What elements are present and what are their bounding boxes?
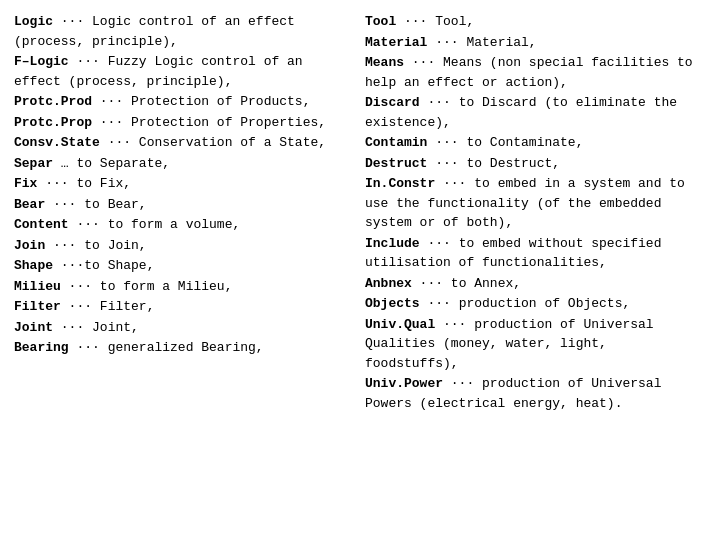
left-column: Logic ··· Logic control of an effect (pr… [14, 12, 355, 528]
term: Filter [14, 299, 61, 314]
list-item: In.Constr ··· to embed in a system and t… [365, 174, 706, 233]
term: F–Logic [14, 54, 69, 69]
definition: to Fix, [76, 176, 131, 191]
term: Means [365, 55, 404, 70]
term: Univ.Qual [365, 317, 435, 332]
definition: to Destruct, [466, 156, 560, 171]
list-item: Discard ··· to Discard (to eliminate the… [365, 93, 706, 132]
term: Separ [14, 156, 53, 171]
list-item: Anbnex ··· to Annex, [365, 274, 706, 294]
definition: Joint, [92, 320, 139, 335]
dots: ··· [69, 340, 108, 355]
list-item: Contamin ··· to Contaminate, [365, 133, 706, 153]
dots: ··· [92, 94, 131, 109]
dots: ··· [435, 176, 474, 191]
list-item: Milieu ··· to form a Milieu, [14, 277, 355, 297]
dots: ··· [61, 299, 100, 314]
term: In.Constr [365, 176, 435, 191]
term: Include [365, 236, 420, 251]
dots: ··· [420, 95, 459, 110]
dots: ··· [420, 236, 459, 251]
dots: ··· [427, 135, 466, 150]
list-item: Protc.Prod ··· Protection of Products, [14, 92, 355, 112]
list-item: Filter ··· Filter, [14, 297, 355, 317]
dots: ··· [61, 279, 100, 294]
dots: ··· [443, 376, 482, 391]
definition: Filter, [100, 299, 155, 314]
dots: ··· [427, 35, 466, 50]
term: Tool [365, 14, 396, 29]
dots: ··· [53, 258, 84, 273]
definition: Protection of Products, [131, 94, 310, 109]
term: Objects [365, 296, 420, 311]
term: Protc.Prod [14, 94, 92, 109]
term: Consv.State [14, 135, 100, 150]
dots: ··· [435, 317, 474, 332]
dots: ··· [420, 296, 459, 311]
list-item: Univ.Qual ··· production of Universal Qu… [365, 315, 706, 374]
dots: ··· [53, 14, 92, 29]
term: Milieu [14, 279, 61, 294]
list-item: Bear ··· to Bear, [14, 195, 355, 215]
right-column: Tool ··· Tool,Material ··· Material,Mean… [365, 12, 706, 528]
list-item: Means ··· Means (non special facilities … [365, 53, 706, 92]
term: Discard [365, 95, 420, 110]
term: Join [14, 238, 45, 253]
dots: ··· [404, 55, 443, 70]
term: Bear [14, 197, 45, 212]
list-item: Consv.State ··· Conservation of a State, [14, 133, 355, 153]
term: Fix [14, 176, 37, 191]
list-item: Content ··· to form a volume, [14, 215, 355, 235]
dots: ··· [45, 197, 84, 212]
definition: Material, [466, 35, 536, 50]
definition: to form a Milieu, [100, 279, 233, 294]
definition: to Shape, [84, 258, 154, 273]
definition: to Annex, [451, 276, 521, 291]
term: Content [14, 217, 69, 232]
definition: to Separate, [76, 156, 170, 171]
definition: production of Objects, [459, 296, 631, 311]
list-item: Join ··· to Join, [14, 236, 355, 256]
list-item: Tool ··· Tool, [365, 12, 706, 32]
dots: ··· [92, 115, 131, 130]
term: Logic [14, 14, 53, 29]
dots: ··· [100, 135, 139, 150]
term: Shape [14, 258, 53, 273]
definition: Tool, [435, 14, 474, 29]
list-item: F–Logic ··· Fuzzy Logic control of an ef… [14, 52, 355, 91]
list-item: Objects ··· production of Objects, [365, 294, 706, 314]
dots: ··· [69, 217, 108, 232]
list-item: Material ··· Material, [365, 33, 706, 53]
list-item: Univ.Power ··· production of Universal P… [365, 374, 706, 413]
definition: to Join, [84, 238, 146, 253]
list-item: Separ … to Separate, [14, 154, 355, 174]
term: Joint [14, 320, 53, 335]
dots: ··· [69, 54, 108, 69]
term: Bearing [14, 340, 69, 355]
dots: ··· [37, 176, 76, 191]
dots: ··· [412, 276, 451, 291]
term: Anbnex [365, 276, 412, 291]
list-item: Joint ··· Joint, [14, 318, 355, 338]
list-item: Logic ··· Logic control of an effect (pr… [14, 12, 355, 51]
term: Protc.Prop [14, 115, 92, 130]
definition: to Contaminate, [466, 135, 583, 150]
list-item: Fix ··· to Fix, [14, 174, 355, 194]
term: Contamin [365, 135, 427, 150]
term: Univ.Power [365, 376, 443, 391]
dots: ··· [427, 156, 466, 171]
page-container: Logic ··· Logic control of an effect (pr… [0, 0, 720, 540]
definition: Conservation of a State, [139, 135, 326, 150]
definition: to form a volume, [108, 217, 241, 232]
dots: … [53, 156, 76, 171]
list-item: Shape ···to Shape, [14, 256, 355, 276]
definition: Protection of Properties, [131, 115, 326, 130]
term: Material [365, 35, 427, 50]
list-item: Destruct ··· to Destruct, [365, 154, 706, 174]
list-item: Include ··· to embed without specified u… [365, 234, 706, 273]
list-item: Bearing ··· generalized Bearing, [14, 338, 355, 358]
definition: generalized Bearing, [108, 340, 264, 355]
dots: ··· [53, 320, 92, 335]
definition: to Bear, [84, 197, 146, 212]
term: Destruct [365, 156, 427, 171]
